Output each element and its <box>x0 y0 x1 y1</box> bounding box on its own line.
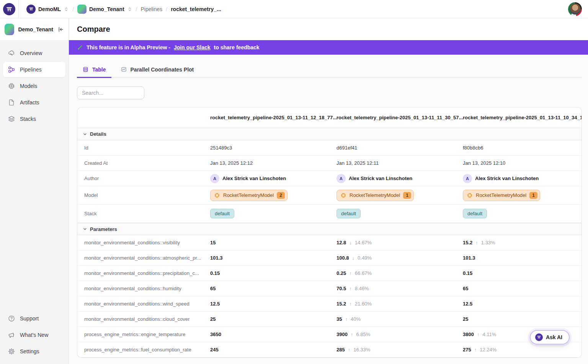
parameter-cell: 12.5 <box>210 301 336 307</box>
compare-table: rocket_telemetry_pipeline-2025_01_13-11_… <box>77 107 582 358</box>
detail-row-label: Id <box>77 145 210 151</box>
zenml-logo-icon <box>535 333 543 341</box>
sidebar-nav: OverviewPipelinesModelsArtifactsStacks <box>0 40 69 311</box>
chip-badge-icon <box>214 192 220 198</box>
org-logo-icon <box>26 5 36 14</box>
tenant-logo-icon <box>77 5 87 14</box>
sidebar-item-what-s-new[interactable]: What's New <box>3 327 65 343</box>
parameter-row: monitor_environmental_conditions::visibi… <box>77 235 581 250</box>
sidebar-item-label: Support <box>20 315 39 322</box>
sidebar-item-pipelines[interactable]: Pipelines <box>3 62 65 77</box>
ask-ai-label: Ask AI <box>546 334 562 340</box>
parameter-row: process_engine_metrics::engine_temperatu… <box>77 327 581 342</box>
stack-badge[interactable]: default <box>336 209 361 218</box>
detail-cell: AAlex Strick van Linschoten <box>463 174 581 183</box>
detail-cell: default <box>336 209 463 218</box>
arrow-up-icon: ↑ <box>474 347 477 353</box>
parameters-section-header[interactable]: Parameters <box>77 223 581 235</box>
pencil-icon <box>77 44 83 50</box>
parameter-cell: 70.5↑8.46% <box>336 286 463 291</box>
parameter-cell: 0.15 <box>210 270 336 276</box>
author-avatar: A <box>210 174 219 183</box>
parameter-value: 15 <box>210 240 216 245</box>
parameter-row: monitor_environmental_conditions::atmosp… <box>77 250 581 266</box>
sidebar-item-support[interactable]: Support <box>3 311 65 326</box>
detail-row-author: AuthorAAlex Strick van LinschotenAAlex S… <box>77 171 581 186</box>
banner-text-before: This feature is in Alpha Preview - <box>87 44 170 50</box>
model-badge[interactable]: RocketTelemetryModel2 <box>210 190 287 201</box>
chip-badge-icon <box>467 192 473 198</box>
parameter-delta: 40% <box>351 316 361 322</box>
stack-badge[interactable]: default <box>463 209 487 218</box>
parameter-value: 3900 <box>336 332 348 337</box>
ask-ai-button[interactable]: Ask AI <box>530 330 570 344</box>
tab-parallel-coordinates-label: Parallel Coordinates Plot <box>131 67 194 73</box>
parameter-cell: 285↑16.33% <box>336 347 463 353</box>
parameter-delta: 12.24% <box>480 347 497 353</box>
parameter-delta: 6.85% <box>356 332 370 337</box>
arrow-down-icon: ↓ <box>352 255 355 261</box>
run-column-header: rocket_telemetry_pipeline-2025_01_13-11_… <box>210 115 336 120</box>
sidebar-item-artifacts[interactable]: Artifacts <box>3 95 65 110</box>
detail-cell: Jan 13, 2025 12:10 <box>463 160 581 166</box>
detail-cell: d691ef41 <box>336 145 463 151</box>
arrow-up-icon: ↑ <box>351 332 353 337</box>
file-icon <box>8 99 15 106</box>
layers-icon <box>8 115 15 123</box>
pipeline-icon <box>8 66 15 73</box>
sidebar-footer: SupportWhat's NewSettings <box>0 311 69 364</box>
model-badge[interactable]: RocketTelemetryModel1 <box>463 190 540 201</box>
sidebar-item-settings[interactable]: Settings <box>3 344 65 359</box>
parameter-cell: 0.25↑66.67% <box>336 270 463 276</box>
parameter-value: 65 <box>210 286 216 291</box>
parameter-value: 12.5 <box>463 301 472 307</box>
chevron-sort-icon <box>127 6 132 12</box>
parameters-section-label: Parameters <box>90 226 117 232</box>
parameter-value: 101.3 <box>463 255 475 261</box>
tab-parallel-coordinates[interactable]: Parallel Coordinates Plot <box>115 63 199 78</box>
megaphone-icon <box>8 331 15 339</box>
parameter-name: process_engine_metrics::fuel_consumption… <box>77 347 210 353</box>
parameter-delta: 0.49% <box>358 255 372 261</box>
parameter-value: 3800 <box>463 332 474 337</box>
details-section-header[interactable]: Details <box>77 128 581 140</box>
breadcrumb-org-switcher[interactable]: DemoML <box>26 5 69 14</box>
search-input[interactable] <box>77 86 144 99</box>
detail-cell: f80b8cb6 <box>463 145 581 151</box>
details-rows: Id251489c3d691ef41f80b8cb6Created AtJan … <box>77 140 581 223</box>
author: AAlex Strick van Linschoten <box>210 174 286 183</box>
parameter-cell: 15.2↑1.33% <box>463 240 581 245</box>
detail-row-created-at: Created AtJan 13, 2025 12:12Jan 13, 2025… <box>77 156 581 171</box>
stack-badge[interactable]: default <box>210 209 234 218</box>
parameter-name: monitor_environmental_conditions::humidi… <box>77 286 210 291</box>
detail-value: d691ef41 <box>336 145 357 151</box>
sidebar-item-models[interactable]: Models <box>3 78 65 94</box>
sidebar-item-overview[interactable]: Overview <box>3 46 65 61</box>
user-avatar[interactable] <box>568 2 582 16</box>
detail-cell: Jan 13, 2025 12:12 <box>210 160 336 166</box>
join-slack-link[interactable]: Join our Slack <box>174 44 211 50</box>
detail-row-label: Created At <box>77 160 210 166</box>
sidebar-collapse-button[interactable] <box>57 26 64 33</box>
sidebar-item-label: Settings <box>20 348 39 354</box>
parameter-cell: 15 <box>210 240 336 245</box>
parameter-value: 285 <box>336 347 345 353</box>
detail-value: f80b8cb6 <box>463 145 483 151</box>
parameter-cell: 3900↑6.85% <box>336 332 463 337</box>
breadcrumb-pipelines-link[interactable]: Pipelines <box>140 6 162 12</box>
sidebar-item-stacks[interactable]: Stacks <box>3 111 65 127</box>
detail-row-label: Model <box>77 192 210 198</box>
parameter-value: 0.25 <box>336 270 346 276</box>
tab-table[interactable]: Table <box>77 63 111 78</box>
model-badge[interactable]: RocketTelemetryModel1 <box>336 190 414 201</box>
sidebar-tenant-name: Demo_Tenant <box>18 26 53 32</box>
sidebar-item-label: Pipelines <box>20 67 42 73</box>
chevron-down-icon <box>83 227 87 231</box>
parameter-row: monitor_environmental_conditions::wind_s… <box>77 296 581 312</box>
zenml-home-button[interactable] <box>0 0 19 18</box>
parameter-delta: 4.11% <box>482 332 496 337</box>
question-icon <box>8 315 15 322</box>
breadcrumb-tenant-switcher[interactable]: Demo_Tenant <box>77 5 132 14</box>
author-name: Alex Strick van Linschoten <box>475 176 539 181</box>
detail-row-stack: Stackdefaultdefaultdefault <box>77 205 581 223</box>
